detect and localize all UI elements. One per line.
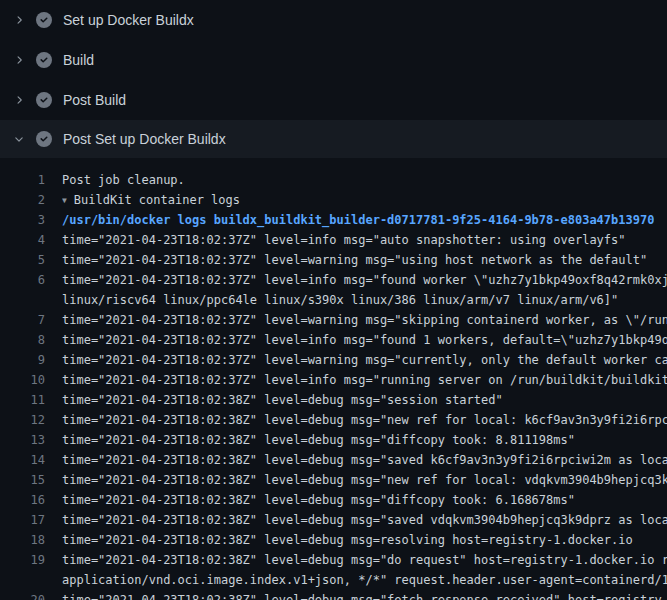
log-line-number[interactable]: 11 (0, 390, 45, 410)
check-circle-icon (36, 92, 52, 108)
log-line-text: linux/riscv64 linux/ppc64le linux/s390x … (62, 290, 618, 310)
log-line-continuation: application/vnd.oci.image.index.v1+json,… (0, 570, 667, 590)
log-line-number[interactable]: 16 (0, 490, 45, 510)
log-lines: 1Post job cleanup.2▼BuildKit container l… (0, 158, 667, 600)
step-section-post-build[interactable]: Post Build (0, 80, 667, 120)
chevron-right-icon (12, 14, 26, 26)
log-line-number[interactable]: 3 (0, 210, 45, 230)
step-label: Set up Docker Buildx (63, 12, 194, 28)
log-line: 16time="2021-04-23T18:02:38Z" level=debu… (0, 490, 667, 510)
log-line-text: time="2021-04-23T18:02:38Z" level=debug … (62, 550, 667, 570)
check-circle-icon (36, 131, 52, 147)
log-line-text: time="2021-04-23T18:02:37Z" level=warnin… (62, 310, 667, 330)
log-line-text: application/vnd.oci.image.index.v1+json,… (62, 570, 667, 590)
log-line-text: time="2021-04-23T18:02:38Z" level=debug … (62, 490, 575, 510)
log-line-text: time="2021-04-23T18:02:38Z" level=debug … (62, 390, 503, 410)
group-label: BuildKit container logs (74, 193, 240, 207)
log-line-number[interactable]: 9 (0, 350, 45, 370)
log-line-text: time="2021-04-23T18:02:37Z" level=info m… (62, 270, 667, 290)
log-line-number[interactable]: 12 (0, 410, 45, 430)
log-line-number[interactable]: 1 (0, 170, 45, 190)
log-line-text: time="2021-04-23T18:02:37Z" level=warnin… (62, 350, 667, 370)
log-line: 15time="2021-04-23T18:02:38Z" level=debu… (0, 470, 667, 490)
log-line: 5time="2021-04-23T18:02:37Z" level=warni… (0, 250, 667, 270)
log-line-number[interactable]: 20 (0, 590, 45, 600)
log-line-text: time="2021-04-23T18:02:38Z" level=debug … (62, 430, 575, 450)
step-label: Build (63, 52, 94, 68)
log-line-text: time="2021-04-23T18:02:37Z" level=info m… (62, 230, 626, 250)
log-group-header[interactable]: ▼BuildKit container logs (62, 190, 240, 210)
log-line: 13time="2021-04-23T18:02:38Z" level=debu… (0, 430, 667, 450)
step-label: Post Build (63, 92, 126, 108)
log-line-text: time="2021-04-23T18:02:37Z" level=info m… (62, 370, 667, 390)
log-line-number[interactable]: 15 (0, 470, 45, 490)
workflow-log-panel: Set up Docker BuildxBuildPost BuildPost … (0, 0, 667, 600)
log-line-number[interactable]: 6 (0, 270, 45, 290)
log-line-number[interactable]: 10 (0, 370, 45, 390)
log-line-number[interactable]: 2 (0, 190, 45, 210)
log-line: 9time="2021-04-23T18:02:37Z" level=warni… (0, 350, 667, 370)
log-line-number[interactable]: 17 (0, 510, 45, 530)
log-line: 6time="2021-04-23T18:02:37Z" level=info … (0, 270, 667, 290)
step-section-set-up-docker-buildx[interactable]: Set up Docker Buildx (0, 0, 667, 40)
steps-list: Set up Docker BuildxBuildPost BuildPost … (0, 0, 667, 158)
log-line-number (0, 290, 45, 310)
check-circle-icon (36, 52, 52, 68)
log-line-text: time="2021-04-23T18:02:37Z" level=warnin… (62, 250, 647, 270)
log-line: 4time="2021-04-23T18:02:37Z" level=info … (0, 230, 667, 250)
check-circle-icon (36, 12, 52, 28)
log-line: 18time="2021-04-23T18:02:38Z" level=debu… (0, 530, 667, 550)
log-line: 12time="2021-04-23T18:02:38Z" level=debu… (0, 410, 667, 430)
log-line-text: time="2021-04-23T18:02:38Z" level=debug … (62, 450, 667, 470)
log-line: 10time="2021-04-23T18:02:37Z" level=info… (0, 370, 667, 390)
chevron-down-icon (12, 133, 26, 145)
log-command-text: /usr/bin/docker logs buildx_buildkit_bui… (62, 210, 654, 230)
log-line: 14time="2021-04-23T18:02:38Z" level=debu… (0, 450, 667, 470)
log-line-number[interactable]: 18 (0, 530, 45, 550)
log-line-text: Post job cleanup. (62, 170, 185, 190)
chevron-right-icon (12, 94, 26, 106)
chevron-right-icon (12, 54, 26, 66)
log-line: 17time="2021-04-23T18:02:38Z" level=debu… (0, 510, 667, 530)
step-label: Post Set up Docker Buildx (63, 131, 226, 147)
log-line-text: time="2021-04-23T18:02:38Z" level=debug … (62, 510, 667, 530)
group-toggle-icon[interactable]: ▼ (62, 191, 67, 210)
log-line-text: time="2021-04-23T18:02:38Z" level=debug … (62, 530, 633, 550)
log-line: 2▼BuildKit container logs (0, 190, 667, 210)
log-line-continuation: linux/riscv64 linux/ppc64le linux/s390x … (0, 290, 667, 310)
log-line-number[interactable]: 5 (0, 250, 45, 270)
log-line-number[interactable]: 19 (0, 550, 45, 570)
step-section-post-set-up-docker-buildx[interactable]: Post Set up Docker Buildx (0, 120, 667, 158)
step-section-build[interactable]: Build (0, 40, 667, 80)
log-line-text: time="2021-04-23T18:02:37Z" level=info m… (62, 330, 667, 350)
log-line: 7time="2021-04-23T18:02:37Z" level=warni… (0, 310, 667, 330)
log-line-number[interactable]: 14 (0, 450, 45, 470)
log-line: 3/usr/bin/docker logs buildx_buildkit_bu… (0, 210, 667, 230)
log-line-number[interactable]: 8 (0, 330, 45, 350)
log-line: 8time="2021-04-23T18:02:37Z" level=info … (0, 330, 667, 350)
log-line-number[interactable]: 7 (0, 310, 45, 330)
log-line: 1Post job cleanup. (0, 170, 667, 190)
log-line-text: time="2021-04-23T18:02:38Z" level=debug … (62, 470, 667, 490)
log-line: 19time="2021-04-23T18:02:38Z" level=debu… (0, 550, 667, 570)
log-line-number (0, 570, 45, 590)
log-line: 11time="2021-04-23T18:02:38Z" level=debu… (0, 390, 667, 410)
log-line-text: time="2021-04-23T18:02:38Z" level=debug … (62, 590, 662, 600)
log-line-number[interactable]: 13 (0, 430, 45, 450)
log-line-number[interactable]: 4 (0, 230, 45, 250)
log-line-text: time="2021-04-23T18:02:38Z" level=debug … (62, 410, 667, 430)
log-line: 20time="2021-04-23T18:02:38Z" level=debu… (0, 590, 667, 600)
